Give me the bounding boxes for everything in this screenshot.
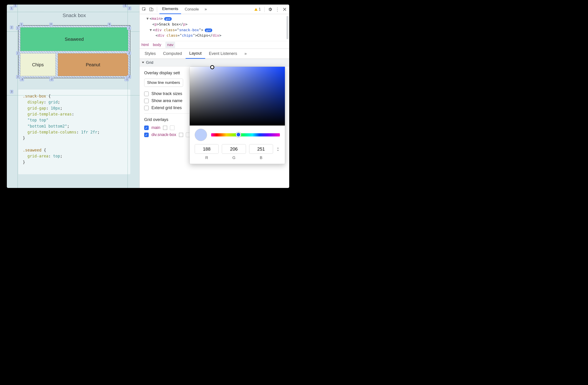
device-toggle-icon[interactable] bbox=[148, 6, 155, 13]
tab-console[interactable]: Console bbox=[182, 4, 202, 14]
grid-row-badge: -1 bbox=[127, 26, 131, 30]
close-icon[interactable] bbox=[281, 6, 288, 13]
check-label: Extend grid lines bbox=[151, 106, 182, 110]
styles-subtabs: Styles Computed Layout Event Listeners » bbox=[140, 49, 289, 59]
subtab-event-listeners[interactable]: Event Listeners bbox=[205, 49, 241, 59]
checkbox-icon[interactable] bbox=[144, 92, 149, 96]
cell-peanut: Peanut bbox=[58, 53, 128, 76]
grid-row-badge: 2 bbox=[16, 51, 19, 55]
line-numbers-dropdown[interactable]: Show line numbers bbox=[144, 79, 183, 87]
color-b-input[interactable] bbox=[249, 144, 273, 154]
more-tabs-icon[interactable]: » bbox=[202, 6, 209, 13]
overlay-color-swatch[interactable] bbox=[179, 133, 183, 137]
grid-col-badge: 3 bbox=[108, 23, 111, 26]
sv-thumb[interactable] bbox=[210, 65, 214, 69]
layout-pane: Overlay display sett Show line numbers S… bbox=[140, 66, 289, 144]
check-label: Show track sizes bbox=[151, 91, 182, 96]
dom-tree[interactable]: ▼<main>grid <p>Snack box</p> ▼<div class… bbox=[140, 14, 289, 41]
current-color-swatch[interactable] bbox=[195, 129, 207, 141]
overlay-color-swatch[interactable] bbox=[163, 126, 167, 130]
warnings-badge[interactable]: 1 bbox=[254, 7, 261, 11]
hue-thumb[interactable] bbox=[236, 132, 241, 137]
main-col-badge: 1 bbox=[14, 4, 17, 7]
color-g-label: G bbox=[222, 156, 246, 160]
grid-col-badge: -2 bbox=[49, 78, 54, 81]
rendered-page-pane: Snack box Seaweed Chips Peanut 1 2 3 1 2… bbox=[7, 4, 139, 188]
overlay-label: main bbox=[151, 125, 160, 130]
grid-col-badge: 1 bbox=[20, 23, 23, 26]
cell-seaweed: Seaweed bbox=[20, 27, 128, 51]
crumb-body[interactable]: body bbox=[153, 43, 161, 47]
grid-col-badge: -3 bbox=[20, 78, 24, 81]
check-label: Show area name bbox=[151, 98, 182, 103]
subtab-styles[interactable]: Styles bbox=[141, 49, 159, 59]
gear-icon[interactable] bbox=[267, 6, 273, 13]
subtab-layout[interactable]: Layout bbox=[186, 49, 205, 59]
crumb-nav[interactable]: nav bbox=[165, 42, 175, 48]
checkbox-icon[interactable]: ✓ bbox=[144, 133, 149, 137]
main-col-badge: -1 bbox=[123, 4, 127, 7]
inspect-icon[interactable] bbox=[141, 6, 147, 13]
css-code-block: .snack-box { display: grid; grid-gap: 10… bbox=[18, 89, 130, 174]
main-row-badge: 2 bbox=[10, 26, 13, 29]
checkbox-icon[interactable] bbox=[144, 99, 149, 103]
checkbox-icon[interactable] bbox=[144, 106, 149, 110]
layout-icon[interactable] bbox=[170, 126, 174, 130]
checkbox-icon[interactable]: ✓ bbox=[144, 126, 149, 130]
overlay-label: div.snack-box bbox=[151, 132, 176, 137]
main-row-badge: 3 bbox=[10, 90, 13, 93]
crumb-html[interactable]: html bbox=[141, 43, 149, 47]
kebab-menu-icon[interactable]: ⋮ bbox=[274, 6, 281, 13]
warning-count: 1 bbox=[259, 7, 261, 11]
section-grid-header[interactable]: Grid bbox=[140, 59, 289, 66]
color-r-label: R bbox=[195, 156, 219, 160]
grid-row-badge: 3 bbox=[16, 75, 19, 79]
tab-elements[interactable]: Elements bbox=[159, 4, 181, 14]
hue-slider[interactable] bbox=[211, 133, 280, 136]
subtab-computed[interactable]: Computed bbox=[159, 49, 186, 59]
color-picker-popover: R G B ▴▾ bbox=[189, 66, 285, 164]
scrollbar-thumb[interactable] bbox=[287, 16, 288, 39]
page-title: Snack box bbox=[18, 13, 130, 19]
devtools-panel: Elements Console » 1 ⋮ ▼<main>grid <p>Sn… bbox=[139, 4, 289, 188]
section-grid-label: Grid bbox=[146, 60, 153, 65]
color-sv-field[interactable] bbox=[190, 67, 285, 126]
grid-row-badge: 1 bbox=[16, 26, 19, 30]
devtools-toolbar: Elements Console » 1 ⋮ bbox=[140, 4, 289, 14]
color-b-label: B bbox=[249, 156, 273, 160]
grid-col-badge: -1 bbox=[125, 78, 129, 81]
color-r-input[interactable] bbox=[195, 144, 219, 154]
cell-chips: Chips bbox=[20, 53, 56, 76]
snack-box-grid: Seaweed Chips Peanut 1 2 3 1 2 3 -1 -2 -… bbox=[18, 25, 130, 78]
main-row-badge: 2 bbox=[128, 7, 131, 10]
grid-col-badge: 2 bbox=[49, 23, 53, 26]
main-row-badge: 1 bbox=[10, 7, 13, 10]
warning-icon bbox=[254, 8, 258, 11]
breadcrumb[interactable]: html body nav bbox=[140, 41, 289, 49]
grid-row-badge: -2 bbox=[127, 51, 131, 55]
more-subtabs-icon[interactable]: » bbox=[241, 49, 250, 59]
svg-rect-2 bbox=[151, 8, 153, 11]
main-element: Snack box Seaweed Chips Peanut 1 2 3 1 2… bbox=[18, 13, 130, 78]
chevron-down-icon bbox=[142, 62, 144, 63]
color-mode-toggle[interactable]: ▴▾ bbox=[276, 147, 280, 151]
color-g-input[interactable] bbox=[222, 144, 246, 154]
